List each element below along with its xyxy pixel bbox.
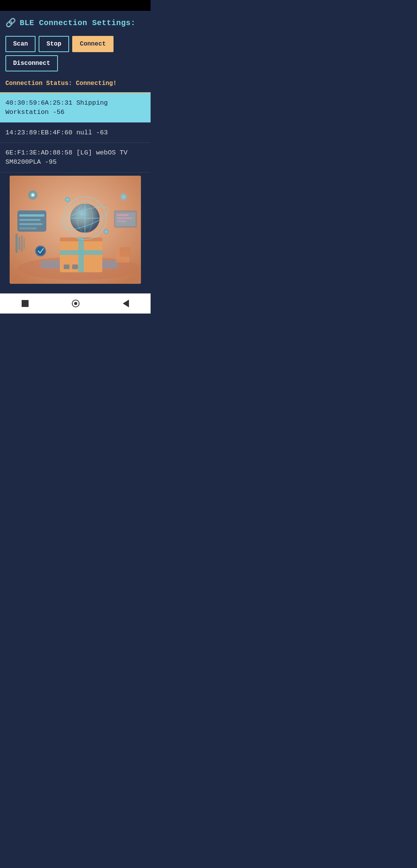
- back-button[interactable]: [115, 297, 137, 310]
- svg-rect-19: [19, 223, 42, 225]
- back-icon: [123, 300, 129, 307]
- svg-rect-17: [19, 214, 44, 217]
- svg-rect-18: [19, 219, 41, 221]
- device-item-2[interactable]: 14:23:89:EB:4F:60 null -63: [0, 123, 151, 143]
- header-section: 🔗 BLE Connection Settings:: [0, 11, 151, 32]
- svg-point-29: [122, 195, 125, 199]
- svg-point-38: [105, 231, 107, 233]
- svg-rect-32: [117, 214, 129, 216]
- svg-rect-24: [24, 238, 25, 249]
- image-section: [0, 173, 151, 289]
- svg-rect-20: [19, 227, 37, 229]
- home-button[interactable]: [64, 297, 87, 310]
- svg-rect-22: [19, 237, 20, 250]
- svg-rect-8: [72, 264, 78, 269]
- recents-icon: [22, 300, 29, 307]
- svg-rect-34: [117, 220, 127, 222]
- status-bar: [0, 0, 151, 11]
- connection-status: Connection Status: Connecting!: [0, 77, 151, 92]
- device-1-text: 40:30:59:6A:25:31 Shipping Workstation -…: [5, 99, 108, 116]
- device-3-text: 6E:F1:3E:AD:88:58 [LG] webOS TV SM8200PL…: [5, 149, 127, 166]
- stop-button[interactable]: Stop: [39, 36, 69, 52]
- recents-button[interactable]: [14, 297, 36, 310]
- button-row: Scan Stop Connect Disconnect: [0, 32, 151, 77]
- svg-point-36: [66, 198, 69, 201]
- device-item-1[interactable]: 40:30:59:6A:25:31 Shipping Workstation -…: [0, 93, 151, 123]
- svg-rect-7: [64, 264, 70, 269]
- disconnect-button[interactable]: Disconnect: [5, 55, 58, 71]
- home-icon: [72, 300, 80, 307]
- svg-rect-33: [117, 217, 132, 219]
- svg-rect-42: [120, 247, 131, 257]
- device-item-3[interactable]: 6E:F1:3E:AD:88:58 [LG] webOS TV SM8200PL…: [0, 143, 151, 173]
- bottom-nav: [0, 293, 151, 314]
- connect-button[interactable]: Connect: [72, 36, 114, 52]
- svg-rect-21: [15, 234, 18, 253]
- shipping-illustration: [10, 176, 141, 284]
- device-2-text: 14:23:89:EB:4F:60 null -63: [5, 129, 108, 136]
- svg-point-27: [32, 194, 34, 196]
- svg-point-40: [36, 247, 45, 255]
- svg-rect-23: [21, 236, 23, 252]
- device-list: 40:30:59:6A:25:31 Shipping Workstation -…: [0, 93, 151, 173]
- svg-rect-6: [60, 250, 102, 255]
- link-icon: 🔗: [5, 18, 16, 28]
- scan-button[interactable]: Scan: [5, 36, 36, 52]
- header-title: BLE Connection Settings:: [20, 19, 136, 27]
- main-content: 🔗 BLE Connection Settings: Scan Stop Con…: [0, 11, 151, 293]
